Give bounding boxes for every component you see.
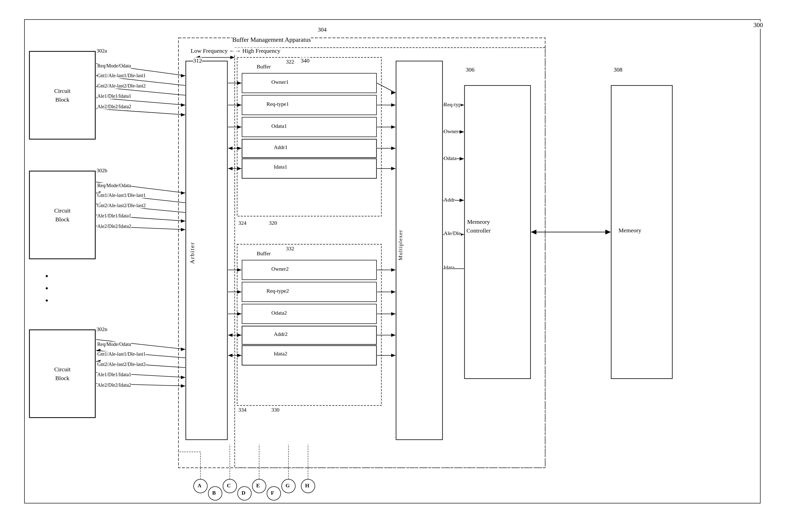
svg-marker-95	[391, 354, 396, 357]
svg-rect-11	[242, 139, 377, 158]
circuit-block-302n: CircuitBlock	[29, 330, 95, 418]
svg-marker-67	[391, 103, 396, 107]
signal-302b-5: Ale2/Dle2/Idata2	[97, 223, 131, 229]
signal-302b-1: Req/Mode/Odata	[97, 183, 131, 188]
svg-rect-15	[242, 282, 377, 302]
circle-B: B	[212, 490, 216, 496]
svg-marker-41	[181, 228, 185, 231]
label-306: 306	[466, 66, 475, 73]
label-304: 304	[318, 26, 327, 33]
svg-rect-10	[242, 117, 377, 137]
svg-rect-17	[242, 326, 377, 344]
svg-marker-31	[181, 113, 185, 116]
odata1-label: Odata1	[271, 123, 287, 129]
owner2-label: Owner2	[271, 266, 289, 272]
svg-marker-53	[237, 81, 242, 85]
signal-302a-5: Ale2/Dle2/Idata2	[97, 104, 131, 109]
svg-marker-109	[605, 230, 611, 235]
svg-marker-71	[391, 147, 396, 150]
reqtype1-label: Req-type1	[267, 101, 289, 107]
mux-reqtyp: Req-typ	[444, 101, 461, 108]
mux-owner: Owner	[444, 128, 458, 135]
svg-marker-99	[460, 130, 464, 134]
circle-E: E	[256, 482, 260, 489]
svg-rect-14	[242, 260, 377, 280]
svg-marker-55	[237, 103, 242, 107]
svg-marker-59	[237, 147, 242, 150]
diagram-container: 300 304 Buffer Management Apparatus Low …	[0, 0, 785, 532]
label-330: 330	[271, 407, 279, 413]
bma-title: Buffer Management Apparatus	[232, 36, 311, 44]
mux-idata: Idata	[444, 264, 454, 271]
signal-302n-4: Ale1/Dle1/Idata1	[97, 372, 131, 377]
svg-marker-63	[228, 167, 232, 170]
svg-marker-73	[391, 167, 396, 170]
svg-marker-69	[391, 125, 396, 129]
svg-rect-8	[242, 73, 377, 93]
arbiter-label: Arbiter	[189, 242, 196, 264]
signal-302a-2: Gnt1/Ale-last1/Dle-last1	[97, 73, 146, 78]
freq-arrow: ←→	[229, 48, 242, 54]
circle-C: C	[227, 482, 231, 489]
addr2-label: Addr2	[274, 331, 287, 337]
label-300: 300	[754, 22, 763, 29]
memctrl-label: MemeoryController	[466, 217, 491, 235]
signal-302a-3: Gnt2/Ale-last2/Dle-last2	[97, 83, 146, 89]
circle-A: A	[198, 482, 201, 489]
label-302b: 302b	[97, 167, 107, 174]
label-320: 320	[269, 220, 277, 226]
svg-marker-62	[237, 167, 242, 170]
svg-marker-103	[460, 198, 464, 202]
svg-marker-93	[391, 334, 396, 337]
circle-F: F	[271, 490, 274, 496]
svg-marker-101	[460, 157, 464, 160]
svg-marker-43	[181, 348, 185, 351]
label-312: 312	[193, 57, 202, 64]
circle-G: G	[285, 482, 290, 489]
buffer1-label: Buffer	[257, 63, 271, 70]
signal-302n-2: Gnt1/Ale-last1/Dle-last1	[97, 351, 146, 357]
signal-302n-5: Ale2/Dle2/Idata2	[97, 382, 131, 388]
svg-rect-1	[178, 38, 545, 468]
dots2: •	[45, 283, 48, 294]
signal-302n-1: Req/Mode/Odata	[97, 342, 131, 347]
svg-marker-33	[181, 191, 185, 195]
signal-302n-3: Gnt2/Ale-last2/Dle-last2	[97, 362, 146, 367]
svg-marker-51	[181, 384, 185, 388]
svg-marker-57	[237, 125, 242, 129]
svg-marker-110	[531, 230, 536, 235]
signal-302b-4: Ale1/Dle1/Idata1	[97, 213, 131, 219]
reqtype2-label: Req-type2	[267, 288, 289, 294]
mux-addr: Addr	[444, 196, 455, 203]
addr1-label: Addr1	[274, 144, 287, 151]
svg-marker-82	[228, 334, 232, 337]
svg-marker-60	[228, 147, 232, 150]
svg-marker-77	[237, 290, 242, 294]
svg-marker-112	[230, 56, 235, 59]
label-332: 332	[286, 245, 294, 252]
svg-marker-49	[181, 376, 185, 379]
multiplexer-label: Multiplexer	[397, 230, 404, 260]
diagram-svg	[0, 0, 785, 532]
buffer2-label: Buffer	[257, 250, 271, 257]
high-freq-label: High Frequency	[242, 48, 280, 54]
memory-label: Memeory	[618, 227, 641, 234]
svg-marker-85	[228, 354, 232, 357]
label-340: 340	[301, 57, 309, 64]
idata2-label: Idata2	[274, 350, 287, 357]
odata2-label: Odata2	[271, 310, 287, 316]
svg-rect-18	[242, 346, 377, 365]
svg-rect-2	[235, 48, 545, 468]
svg-rect-16	[242, 304, 377, 324]
svg-marker-29	[181, 103, 185, 107]
signal-302a-4: Ale1/Dle1/Idata1	[97, 93, 131, 99]
circle-D: D	[242, 490, 246, 496]
label-322: 322	[286, 59, 294, 65]
svg-rect-12	[242, 159, 377, 178]
idata1-label: Idata1	[274, 164, 287, 170]
dots3: •	[45, 296, 48, 306]
svg-marker-91	[391, 312, 396, 316]
label-302n: 302n	[97, 326, 107, 332]
label-308: 308	[614, 66, 623, 73]
svg-marker-89	[391, 290, 396, 294]
